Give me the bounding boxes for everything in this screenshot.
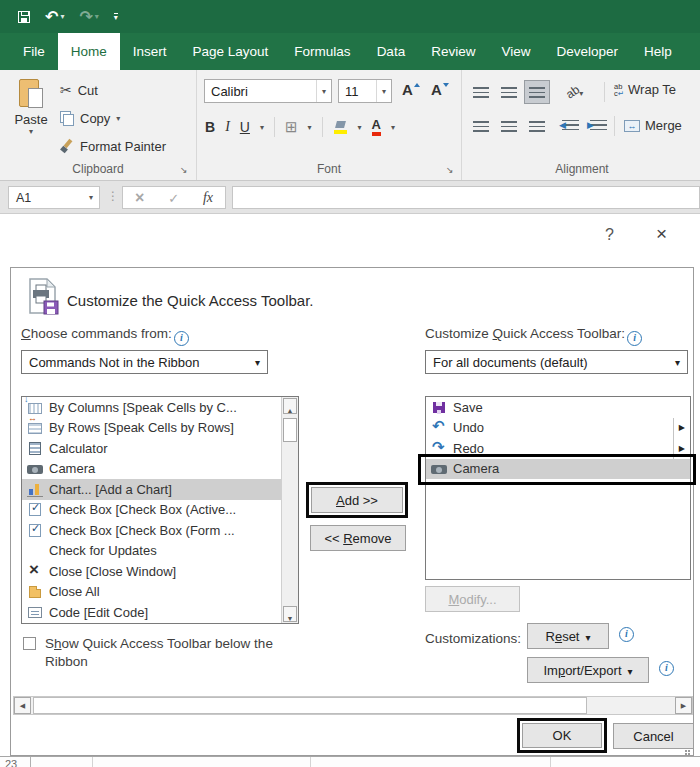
show-qat-below-checkbox[interactable] (23, 637, 36, 650)
ribbon-tab[interactable]: Home (58, 33, 120, 70)
list-item[interactable]: Camera (22, 459, 281, 480)
list-item[interactable]: Check Box [Check Box (Active... (22, 500, 281, 521)
ribbon-tab[interactable]: View (488, 33, 543, 70)
paste-button[interactable]: Paste ▾ (6, 76, 56, 164)
confirm-entry-button[interactable] (168, 189, 179, 207)
list-item[interactable]: Save (426, 397, 690, 418)
align-left-button[interactable] (468, 114, 494, 138)
choose-commands-dropdown[interactable]: Commands Not in the Ribbon (21, 350, 268, 374)
scroll-up-button[interactable] (283, 398, 297, 414)
top-align-button[interactable] (468, 80, 494, 104)
horizontal-scrollbar[interactable] (13, 696, 693, 715)
chevron-down-icon[interactable]: ▾ (391, 123, 395, 132)
list-item[interactable]: Chart... [Add a Chart] (22, 479, 281, 500)
italic-button[interactable]: I (225, 119, 230, 135)
list-item[interactable]: Check for Updates (22, 541, 281, 562)
ribbon-tab[interactable]: Insert (120, 33, 180, 70)
copy-button[interactable]: Copy▾ (60, 106, 120, 130)
bottom-align-button[interactable] (524, 80, 550, 104)
info-icon[interactable] (619, 627, 634, 642)
list-item[interactable]: Redo (426, 438, 690, 459)
list-item[interactable]: Code [Edit Code] (22, 602, 281, 623)
save-button[interactable] (18, 11, 30, 23)
scroll-left-button[interactable] (14, 697, 31, 714)
align-right-button[interactable] (524, 114, 550, 138)
merge-center-button[interactable]: Merge (624, 118, 682, 133)
chevron-down-icon[interactable]: ▾ (260, 123, 264, 132)
chevron-down-icon[interactable]: ▾ (60, 12, 64, 21)
formula-input[interactable] (232, 186, 700, 209)
chevron-down-icon[interactable]: ▾ (308, 123, 312, 132)
cancel-entry-button[interactable] (135, 189, 144, 207)
import-export-button[interactable]: Import/Export (527, 657, 649, 683)
scroll-right-button[interactable] (675, 697, 692, 714)
font-size-combo[interactable]: 11▾ (338, 79, 392, 103)
align-center-button[interactable] (496, 114, 522, 138)
info-icon[interactable] (627, 331, 642, 346)
scrollbar-track[interactable] (31, 697, 675, 714)
flyout-arrow-icon[interactable] (673, 438, 688, 459)
borders-button[interactable] (285, 118, 298, 136)
chevron-down-icon[interactable]: ▾ (358, 123, 362, 132)
customize-qat-button[interactable] (114, 13, 118, 21)
list-item[interactable]: Undo (426, 418, 690, 439)
list-item[interactable]: Close All (22, 582, 281, 603)
font-dialog-launcher[interactable] (446, 165, 456, 175)
scrollbar-thumb[interactable] (283, 418, 297, 442)
ribbon-tab[interactable]: Page Layout (180, 33, 282, 70)
decrease-indent-button[interactable] (562, 120, 579, 131)
fill-color-button[interactable] (333, 120, 348, 134)
font-color-button[interactable]: A (372, 119, 381, 136)
ribbon-tab[interactable]: File (10, 33, 58, 70)
increase-indent-button[interactable] (590, 120, 607, 131)
chevron-down-icon[interactable]: ▾ (116, 114, 120, 123)
list-item[interactable]: Check Box [Check Box (Form ... (22, 520, 281, 541)
ribbon-tab[interactable]: Help (631, 33, 685, 70)
ribbon-tab[interactable]: Developer (543, 33, 631, 70)
redo-button[interactable]: ↷▾ (79, 9, 98, 25)
underline-button[interactable]: U (240, 119, 250, 135)
list-item[interactable]: Calculator (22, 438, 281, 459)
customize-qat-label: Customize Quick Access Toolbar: (425, 326, 642, 346)
ok-button[interactable]: OK (522, 723, 602, 748)
chevron-down-icon[interactable]: ▾ (376, 80, 391, 102)
scrollbar-thumb[interactable] (33, 697, 587, 714)
ribbon-tab[interactable]: Data (364, 33, 419, 70)
chevron-down-icon[interactable]: ▾ (89, 193, 99, 202)
flyout-arrow-icon[interactable] (673, 418, 688, 439)
wrap-text-button[interactable]: abc Wrap Te (614, 82, 676, 97)
customize-qat-dropdown[interactable]: For all documents (default) (425, 350, 688, 374)
bold-button[interactable]: B (205, 119, 215, 135)
ribbon-tab[interactable]: Review (418, 33, 488, 70)
list-item[interactable]: Close [Close Window] (22, 561, 281, 582)
scroll-down-button[interactable] (283, 606, 297, 622)
modify-button[interactable]: Modify... (425, 586, 520, 612)
list-item[interactable]: By Rows [Speak Cells by Rows] (22, 418, 281, 439)
orientation-button[interactable]: ab▾ (566, 84, 583, 99)
decrease-font-size-button[interactable]: A (431, 81, 449, 98)
resize-grip[interactable] (681, 743, 690, 752)
remove-button[interactable]: << Remove (310, 525, 406, 551)
cut-button[interactable]: Cut (60, 78, 98, 102)
info-icon[interactable] (659, 661, 674, 676)
info-icon[interactable] (174, 331, 189, 346)
chevron-down-icon[interactable]: ▾ (95, 12, 99, 21)
clipboard-dialog-launcher[interactable] (180, 165, 190, 175)
add-button[interactable]: Add >> (311, 487, 403, 513)
commands-scrollbar[interactable] (281, 397, 298, 623)
list-item[interactable]: By Columns [Speak Cells by C... (22, 397, 281, 418)
close-button[interactable]: × (656, 223, 667, 245)
undo-button[interactable]: ↶▾ (45, 9, 64, 25)
font-name-combo[interactable]: Calibri▾ (204, 79, 332, 103)
reset-button[interactable]: Reset (527, 623, 609, 649)
increase-font-size-button[interactable]: A (402, 81, 420, 98)
ribbon-tab[interactable]: Formulas (281, 33, 363, 70)
format-painter-button[interactable]: Format Painter (60, 134, 166, 158)
help-button[interactable]: ? (605, 226, 614, 244)
list-item[interactable]: Camera (426, 459, 690, 480)
middle-align-button[interactable] (496, 80, 522, 104)
chevron-down-icon[interactable]: ▾ (316, 80, 331, 102)
divider (604, 82, 605, 102)
name-box[interactable]: A1 ▾ (8, 186, 100, 209)
insert-function-button[interactable]: fx (203, 190, 213, 206)
